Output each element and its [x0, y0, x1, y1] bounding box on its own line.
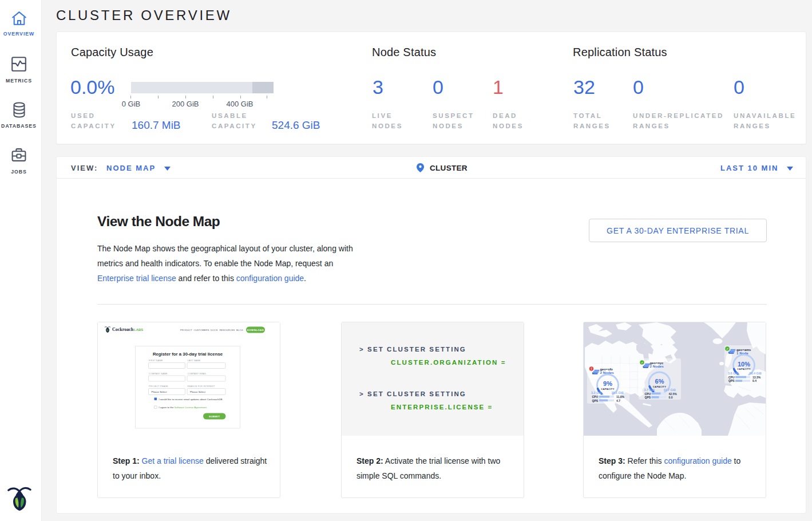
svg-text:QPS: QPS	[592, 399, 599, 402]
svg-text:Register for a 30-day trial li: Register for a 30-day trial license	[153, 352, 223, 357]
svg-text:CUSTOMERS: CUSTOMERS	[194, 329, 209, 331]
svg-text:BLOG: BLOG	[236, 329, 243, 331]
svg-text:CPU: CPU	[592, 395, 599, 398]
svg-text:11.0%: 11.0%	[616, 395, 624, 398]
svg-text:✓: ✓	[641, 361, 643, 364]
svg-text:PRODUCT: PRODUCT	[180, 329, 192, 331]
svg-text:42.5%: 42.5%	[669, 392, 678, 396]
svg-text:CAPACITY: CAPACITY	[737, 368, 751, 370]
svg-text:COMPANY EMAIL: COMPANY EMAIL	[188, 373, 207, 375]
svg-text:0.4: 0.4	[752, 379, 756, 382]
svg-text:Please Select: Please Select	[152, 390, 168, 393]
svg-text:43.7 GiB: 43.7 GiB	[663, 388, 676, 392]
svg-text:LAST NAME: LAST NAME	[188, 360, 201, 362]
svg-text:I agree to the Software Licens: I agree to the Software License Agreemen…	[159, 406, 207, 409]
svg-text:56.4 GiB: 56.4 GiB	[749, 372, 762, 375]
svg-text:LABS: LABS	[134, 328, 143, 331]
svg-text:Cockroach: Cockroach	[112, 327, 134, 332]
svg-text:REASON FOR INTEREST: REASON FOR INTEREST	[188, 385, 216, 388]
svg-text:SUBMIT: SUBMIT	[209, 415, 220, 418]
svg-text:PROJECT PHASE: PROJECT PHASE	[149, 385, 168, 388]
svg-text:QPS: QPS	[645, 396, 651, 399]
svg-text:3.2 GiB: 3.2 GiB	[591, 391, 602, 394]
svg-text:3.6 GiB: 3.6 GiB	[728, 372, 739, 375]
svg-text:3.7 GiB: 3.7 GiB	[644, 388, 655, 392]
svg-text:9%: 9%	[603, 380, 612, 387]
svg-text:QPS: QPS	[728, 379, 735, 382]
svg-text:4.7: 4.7	[616, 399, 620, 402]
svg-text:CPU: CPU	[728, 376, 735, 379]
svg-text:Please Select: Please Select	[190, 390, 206, 393]
svg-text:35.1 GiB: 35.1 GiB	[611, 391, 624, 394]
svg-text:6%: 6%	[655, 378, 664, 385]
svg-text:CAPACITY: CAPACITY	[601, 388, 615, 390]
svg-text:2 Nodes: 2 Nodes	[650, 364, 664, 368]
svg-text:I would like to receive email: I would like to receive email updates ab…	[159, 398, 223, 401]
svg-text:10%: 10%	[738, 361, 750, 368]
svg-text:CPU: CPU	[645, 392, 651, 396]
svg-text:13.3%: 13.3%	[752, 376, 761, 379]
svg-text:COMPANY NAME: COMPANY NAME	[149, 373, 168, 375]
svg-text:DOCS: DOCS	[211, 329, 217, 331]
svg-text:✓: ✓	[726, 347, 728, 350]
svg-text:RESOURCES: RESOURCES	[220, 329, 235, 331]
svg-text:FIRST NAME: FIRST NAME	[149, 360, 163, 362]
svg-text:DOWNLOAD: DOWNLOAD	[247, 329, 264, 331]
svg-text:0.0: 0.0	[669, 396, 673, 399]
